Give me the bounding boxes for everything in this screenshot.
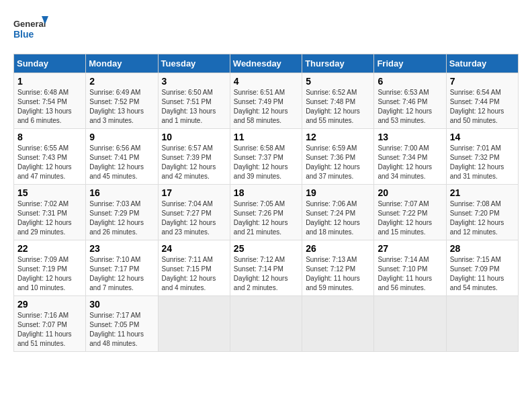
logo-svg: General Blue xyxy=(13,13,50,47)
weekday-header-saturday: Saturday xyxy=(446,54,518,73)
day-info: Sunrise: 6:49 AM Sunset: 7:52 PM Dayligh… xyxy=(89,88,154,126)
calendar-table: SundayMondayTuesdayWednesdayThursdayFrid… xyxy=(13,54,519,352)
day-number: 5 xyxy=(306,76,370,87)
table-row xyxy=(302,296,374,352)
day-number: 14 xyxy=(450,132,515,142)
day-number: 30 xyxy=(89,299,154,310)
table-row: 22 Sunrise: 7:09 AM Sunset: 7:19 PM Dayl… xyxy=(14,240,86,296)
day-info: Sunrise: 6:52 AM Sunset: 7:48 PM Dayligh… xyxy=(306,88,370,126)
day-number: 9 xyxy=(89,132,154,142)
day-info: Sunrise: 7:06 AM Sunset: 7:24 PM Dayligh… xyxy=(306,199,370,237)
day-number: 13 xyxy=(378,132,442,142)
day-info: Sunrise: 7:08 AM Sunset: 7:20 PM Dayligh… xyxy=(450,199,515,237)
table-row xyxy=(158,296,230,352)
table-row: 25 Sunrise: 7:12 AM Sunset: 7:14 PM Dayl… xyxy=(230,240,302,296)
day-info: Sunrise: 6:50 AM Sunset: 7:51 PM Dayligh… xyxy=(162,88,226,126)
day-info: Sunrise: 6:57 AM Sunset: 7:39 PM Dayligh… xyxy=(162,144,226,181)
weekday-header-monday: Monday xyxy=(86,54,158,73)
day-info: Sunrise: 7:13 AM Sunset: 7:12 PM Dayligh… xyxy=(306,255,370,293)
day-info: Sunrise: 7:09 AM Sunset: 7:19 PM Dayligh… xyxy=(17,255,82,293)
day-number: 21 xyxy=(450,187,515,198)
table-row xyxy=(230,296,302,352)
day-number: 16 xyxy=(89,187,154,198)
table-row: 26 Sunrise: 7:13 AM Sunset: 7:12 PM Dayl… xyxy=(302,240,374,296)
table-row: 27 Sunrise: 7:14 AM Sunset: 7:10 PM Dayl… xyxy=(374,240,446,296)
day-number: 4 xyxy=(234,76,298,87)
day-number: 8 xyxy=(17,132,82,142)
day-number: 2 xyxy=(89,76,154,87)
day-number: 7 xyxy=(450,76,515,87)
day-info: Sunrise: 7:02 AM Sunset: 7:31 PM Dayligh… xyxy=(17,199,82,237)
table-row xyxy=(446,296,518,352)
day-info: Sunrise: 7:14 AM Sunset: 7:10 PM Dayligh… xyxy=(378,255,442,293)
table-row: 23 Sunrise: 7:10 AM Sunset: 7:17 PM Dayl… xyxy=(86,240,158,296)
day-info: Sunrise: 6:51 AM Sunset: 7:49 PM Dayligh… xyxy=(234,88,298,126)
table-row: 19 Sunrise: 7:06 AM Sunset: 7:24 PM Dayl… xyxy=(302,185,374,240)
day-info: Sunrise: 7:07 AM Sunset: 7:22 PM Dayligh… xyxy=(378,199,442,237)
table-row: 3 Sunrise: 6:50 AM Sunset: 7:51 PM Dayli… xyxy=(158,73,230,129)
day-info: Sunrise: 6:55 AM Sunset: 7:43 PM Dayligh… xyxy=(17,144,82,181)
weekday-header-friday: Friday xyxy=(374,54,446,73)
table-row: 2 Sunrise: 6:49 AM Sunset: 7:52 PM Dayli… xyxy=(86,73,158,129)
svg-text:General: General xyxy=(13,19,46,29)
day-info: Sunrise: 7:15 AM Sunset: 7:09 PM Dayligh… xyxy=(450,255,515,293)
day-number: 12 xyxy=(306,132,370,142)
table-row: 15 Sunrise: 7:02 AM Sunset: 7:31 PM Dayl… xyxy=(14,185,86,240)
day-number: 6 xyxy=(378,76,442,87)
day-info: Sunrise: 7:05 AM Sunset: 7:26 PM Dayligh… xyxy=(234,199,298,237)
day-number: 11 xyxy=(234,132,298,142)
table-row: 17 Sunrise: 7:04 AM Sunset: 7:27 PM Dayl… xyxy=(158,185,230,240)
weekday-header-thursday: Thursday xyxy=(302,54,374,73)
day-info: Sunrise: 7:12 AM Sunset: 7:14 PM Dayligh… xyxy=(234,255,298,293)
table-row: 11 Sunrise: 6:58 AM Sunset: 7:37 PM Dayl… xyxy=(230,129,302,185)
day-number: 26 xyxy=(306,243,370,254)
table-row: 6 Sunrise: 6:53 AM Sunset: 7:46 PM Dayli… xyxy=(374,73,446,129)
day-number: 19 xyxy=(306,187,370,198)
table-row: 12 Sunrise: 6:59 AM Sunset: 7:36 PM Dayl… xyxy=(302,129,374,185)
weekday-header-sunday: Sunday xyxy=(14,54,86,73)
day-number: 20 xyxy=(378,187,442,198)
day-info: Sunrise: 7:03 AM Sunset: 7:29 PM Dayligh… xyxy=(89,199,154,237)
day-info: Sunrise: 7:17 AM Sunset: 7:05 PM Dayligh… xyxy=(89,311,154,349)
day-info: Sunrise: 7:00 AM Sunset: 7:34 PM Dayligh… xyxy=(378,144,442,181)
table-row: 18 Sunrise: 7:05 AM Sunset: 7:26 PM Dayl… xyxy=(230,185,302,240)
day-number: 15 xyxy=(17,187,82,198)
table-row: 16 Sunrise: 7:03 AM Sunset: 7:29 PM Dayl… xyxy=(86,185,158,240)
table-row: 13 Sunrise: 7:00 AM Sunset: 7:34 PM Dayl… xyxy=(374,129,446,185)
day-number: 1 xyxy=(17,76,82,87)
table-row: 29 Sunrise: 7:16 AM Sunset: 7:07 PM Dayl… xyxy=(14,296,86,352)
day-number: 18 xyxy=(234,187,298,198)
logo: General Blue xyxy=(13,13,50,47)
svg-text:Blue: Blue xyxy=(13,29,34,40)
weekday-header-wednesday: Wednesday xyxy=(230,54,302,73)
table-row: 9 Sunrise: 6:56 AM Sunset: 7:41 PM Dayli… xyxy=(86,129,158,185)
day-number: 28 xyxy=(450,243,515,254)
table-row: 5 Sunrise: 6:52 AM Sunset: 7:48 PM Dayli… xyxy=(302,73,374,129)
day-info: Sunrise: 7:11 AM Sunset: 7:15 PM Dayligh… xyxy=(162,255,226,293)
day-info: Sunrise: 7:04 AM Sunset: 7:27 PM Dayligh… xyxy=(162,199,226,237)
day-number: 27 xyxy=(378,243,442,254)
table-row: 28 Sunrise: 7:15 AM Sunset: 7:09 PM Dayl… xyxy=(446,240,518,296)
day-info: Sunrise: 6:54 AM Sunset: 7:44 PM Dayligh… xyxy=(450,88,515,126)
page-header: General Blue xyxy=(13,13,519,47)
day-number: 22 xyxy=(17,243,82,254)
table-row: 7 Sunrise: 6:54 AM Sunset: 7:44 PM Dayli… xyxy=(446,73,518,129)
day-info: Sunrise: 7:10 AM Sunset: 7:17 PM Dayligh… xyxy=(89,255,154,293)
table-row: 21 Sunrise: 7:08 AM Sunset: 7:20 PM Dayl… xyxy=(446,185,518,240)
day-number: 29 xyxy=(17,299,82,310)
weekday-header-tuesday: Tuesday xyxy=(158,54,230,73)
day-info: Sunrise: 6:53 AM Sunset: 7:46 PM Dayligh… xyxy=(378,88,442,126)
table-row: 1 Sunrise: 6:48 AM Sunset: 7:54 PM Dayli… xyxy=(14,73,86,129)
table-row: 4 Sunrise: 6:51 AM Sunset: 7:49 PM Dayli… xyxy=(230,73,302,129)
day-number: 23 xyxy=(89,243,154,254)
day-number: 25 xyxy=(234,243,298,254)
day-info: Sunrise: 6:58 AM Sunset: 7:37 PM Dayligh… xyxy=(234,144,298,181)
day-info: Sunrise: 6:48 AM Sunset: 7:54 PM Dayligh… xyxy=(17,88,82,126)
day-number: 10 xyxy=(162,132,226,142)
day-info: Sunrise: 7:16 AM Sunset: 7:07 PM Dayligh… xyxy=(17,311,82,349)
table-row: 30 Sunrise: 7:17 AM Sunset: 7:05 PM Dayl… xyxy=(86,296,158,352)
table-row: 20 Sunrise: 7:07 AM Sunset: 7:22 PM Dayl… xyxy=(374,185,446,240)
table-row xyxy=(374,296,446,352)
table-row: 10 Sunrise: 6:57 AM Sunset: 7:39 PM Dayl… xyxy=(158,129,230,185)
table-row: 14 Sunrise: 7:01 AM Sunset: 7:32 PM Dayl… xyxy=(446,129,518,185)
